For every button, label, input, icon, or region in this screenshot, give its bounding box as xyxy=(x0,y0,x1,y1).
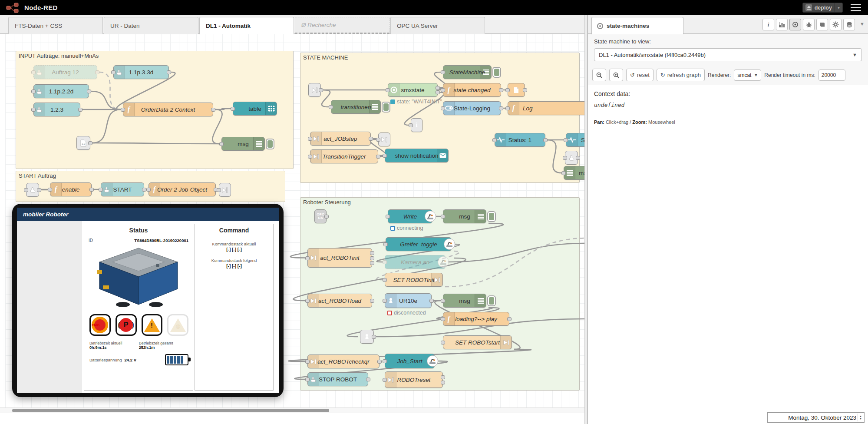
input-port[interactable] xyxy=(146,188,151,192)
flow-node-loading-play[interactable]: floading?--> play xyxy=(443,312,509,326)
tab-dl1-automatik[interactable]: DL1 - Automatik xyxy=(199,17,294,34)
flow-node-set-robotstart[interactable]: SET ROBOTstart xyxy=(443,335,512,349)
flow-node-state-changed[interactable]: fstate changed xyxy=(443,83,501,97)
input-port[interactable] xyxy=(386,215,390,219)
flow-node-set-robotinit[interactable]: SET ROBOTinit xyxy=(385,273,443,287)
output-port[interactable] xyxy=(142,188,146,192)
flow-node-show-notification[interactable]: show notification xyxy=(385,149,449,162)
input-port[interactable] xyxy=(441,215,445,219)
reset-view-button[interactable]: ↺ reset xyxy=(626,69,653,81)
input-port[interactable] xyxy=(308,137,312,141)
scroll-thumb[interactable] xyxy=(12,409,329,412)
main-menu-icon[interactable] xyxy=(851,4,861,12)
help-tab-button[interactable] xyxy=(816,19,828,30)
output-port[interactable] xyxy=(377,360,382,364)
input-port[interactable] xyxy=(563,156,567,160)
input-port[interactable] xyxy=(48,188,52,192)
flow-node-msg[interactable]: msg xyxy=(564,166,584,180)
flow-node-order-2-job-object[interactable]: fOrder 2 Job-Object xyxy=(149,182,216,196)
input-port[interactable] xyxy=(329,105,333,109)
input-port[interactable] xyxy=(441,70,445,74)
flow-node-transitionen[interactable]: transitionen xyxy=(331,100,381,114)
flow-node-stop-robot[interactable]: STOP ROBOT xyxy=(307,372,368,386)
output-port[interactable] xyxy=(324,215,329,219)
mobile-robot-dashboard[interactable]: mobiler Roboter Status ID TS664D800BL-20… xyxy=(12,204,284,397)
input-port[interactable] xyxy=(441,317,445,321)
park-brake-button[interactable]: ⟮ P ⟯ xyxy=(116,314,137,336)
flow-node-state-logging[interactable]: State-Logging xyxy=(443,101,501,115)
flow-node-enable[interactable]: fenable xyxy=(50,182,92,196)
debug-toggle-button[interactable] xyxy=(487,211,496,222)
flow-node-1-1p-3-3d[interactable]: 1.1p.3.3d xyxy=(113,65,169,79)
output-port[interactable] xyxy=(88,141,92,145)
debug-tab-button[interactable] xyxy=(803,19,815,30)
deploy-button[interactable]: deploy ▾ xyxy=(802,3,843,13)
flow-node-greifer-toggle[interactable]: Greifer_toggle xyxy=(386,237,452,251)
output-port[interactable] xyxy=(372,335,376,339)
flow-node-linkout-node[interactable] xyxy=(219,183,231,197)
flow-node-linkout-node[interactable] xyxy=(308,83,321,97)
flow-node-1-2-3[interactable]: 1.2.3 xyxy=(33,103,80,116)
input-port[interactable] xyxy=(492,138,497,142)
input-port[interactable] xyxy=(305,378,310,381)
flow-node-start[interactable]: START xyxy=(101,182,144,196)
input-port[interactable] xyxy=(564,138,568,142)
output-port[interactable] xyxy=(523,88,527,92)
output-port[interactable] xyxy=(441,375,445,379)
input-port[interactable] xyxy=(386,88,390,92)
input-port[interactable] xyxy=(383,299,387,303)
input-port[interactable] xyxy=(561,171,566,175)
input-port[interactable] xyxy=(383,260,387,264)
deploy-options-caret[interactable]: ▾ xyxy=(835,3,840,12)
flow-node-auftrag-12[interactable]: Auftrag 12 xyxy=(33,65,97,79)
warning-indicator[interactable] xyxy=(142,314,163,336)
flow-node-kamera-an[interactable]: Kamera an xyxy=(385,255,446,269)
input-port[interactable] xyxy=(305,256,310,260)
flow-node-opcua-node[interactable]: OPCUA xyxy=(314,209,327,223)
dashboard-tab-button[interactable] xyxy=(776,19,788,30)
timeout-input[interactable] xyxy=(818,70,845,81)
state-machine-select[interactable]: DL1 - Automatik/smxstate (f4ff0ca0.2449b… xyxy=(594,48,862,61)
tab-fts-daten-css[interactable]: FTS-Daten + CSS xyxy=(8,17,103,34)
input-port[interactable] xyxy=(383,378,387,382)
flow-node-status-1[interactable]: Status: 1 xyxy=(495,133,545,147)
flow-node-filedoc-node[interactable] xyxy=(508,83,525,97)
tab-ur-daten[interactable]: UR - Daten xyxy=(104,17,198,34)
horizontal-scrollbar[interactable] xyxy=(0,407,584,413)
output-port[interactable] xyxy=(376,155,380,159)
input-port[interactable] xyxy=(505,88,510,92)
input-port[interactable] xyxy=(231,107,235,111)
date-input[interactable]: Montag, 30. Oktober 2023 ▲▼ xyxy=(767,412,865,423)
input-port[interactable] xyxy=(441,88,445,92)
input-port[interactable] xyxy=(305,299,310,303)
output-port[interactable] xyxy=(507,317,512,321)
info-tab-button[interactable]: i xyxy=(762,19,774,30)
flow-node-act-jobstep[interactable]: act_JOBstep xyxy=(310,132,371,146)
zoom-out-button[interactable] xyxy=(592,69,606,81)
config-tab-button[interactable] xyxy=(830,19,842,30)
flow-node-msg[interactable]: msg xyxy=(443,209,486,223)
output-port[interactable] xyxy=(543,138,548,142)
flow-node-hand-node[interactable] xyxy=(565,151,578,165)
debug-toggle-button[interactable] xyxy=(492,67,501,78)
debug-toggle-button[interactable] xyxy=(487,295,496,306)
flow-node-job-start[interactable]: Job_Start xyxy=(385,354,435,368)
output-port[interactable] xyxy=(319,88,323,92)
flow-node-act-robotinit[interactable]: act_ROBOTinit xyxy=(307,248,372,268)
flow-node-table[interactable]: table xyxy=(233,102,277,116)
input-port[interactable] xyxy=(24,188,28,192)
group-state-machine[interactable]: STATE MACHINE xyxy=(300,53,580,183)
renderer-select[interactable]: smcat ▼ xyxy=(734,70,761,81)
flow-node-log[interactable]: fLog xyxy=(508,101,584,115)
output-port[interactable] xyxy=(95,70,99,74)
input-port[interactable] xyxy=(383,154,387,158)
output-port[interactable] xyxy=(78,108,83,112)
input-port[interactable] xyxy=(31,70,36,74)
output-port[interactable] xyxy=(370,261,374,265)
output-port[interactable] xyxy=(211,108,215,112)
flow-node-orderdata-2-context[interactable]: fOrderData 2 Context xyxy=(123,103,213,116)
input-port[interactable] xyxy=(383,278,387,282)
flow-node-msg[interactable]: msg xyxy=(221,137,265,151)
flow-node-act-robotcheckqr[interactable]: act_ROBOTcheckqr xyxy=(307,354,380,368)
emergency-stop-button[interactable]: EMG xyxy=(89,314,111,336)
